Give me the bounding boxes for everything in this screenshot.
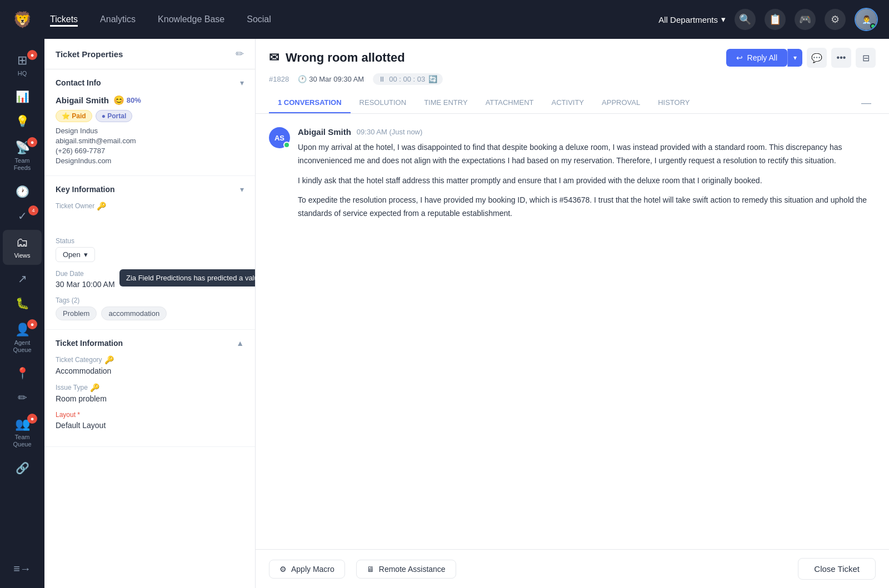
close-ticket-btn[interactable]: Close Ticket [798,558,876,580]
status-dropdown[interactable]: Open ▾ [56,247,95,262]
ticket-info-header[interactable]: Ticket Information ▲ [56,339,244,348]
gamepad-button[interactable]: 🎮 [795,9,816,30]
remote-assistance-btn[interactable]: 🖥 Remote Assistance [356,560,456,579]
message-para-2: I kindly ask that the hotel staff addres… [298,174,876,188]
nav-tickets[interactable]: Tickets [50,12,78,27]
search-icon: 🔍 [739,13,751,26]
views-icon: 🗂 [16,235,28,250]
key-information-section: Key Information ▾ Ticket Owner 🔑 Zia Fie… [44,176,255,330]
contacts-button[interactable]: 📋 [765,9,786,30]
sidebar-icon-pen[interactable]: ✏ [3,387,42,408]
nav-analytics[interactable]: Analytics [100,12,136,27]
score-value: 80% [127,96,141,104]
chevron-down-icon: ▾ [721,14,726,24]
chat-icon-btn[interactable]: 💬 [807,48,827,68]
sidebar-icon-bulb[interactable]: 💡 [3,110,42,132]
tab-attachment[interactable]: ATTACHMENT [477,93,543,113]
key-info-chevron: ▾ [240,185,244,194]
message-sender-row: Abigail Smith 09:30 AM (Just now) [298,127,876,137]
message-initials: AS [274,134,284,142]
sidebar-icon-location[interactable]: 📍 [3,363,42,384]
conversation-area: AS Abigail Smith 09:30 AM (Just now) Upo… [256,114,889,549]
contact-info-header[interactable]: Contact Info ▾ [56,78,244,87]
contact-info-chevron: ▾ [240,78,244,87]
key-info-header[interactable]: Key Information ▾ [56,185,244,194]
reply-dropdown-btn[interactable]: ▾ [787,49,802,67]
properties-edit-btn[interactable]: ✏ [236,48,244,60]
tab-history[interactable]: HISTORY [649,93,698,113]
chart-icon: 📊 [16,90,29,103]
message-bubble: AS Abigail Smith 09:30 AM (Just now) Upo… [269,127,876,220]
tags-label: Tags (2) [56,296,244,304]
key-info-title: Key Information [56,185,115,194]
tab-resolution[interactable]: RESOLUTION [351,93,416,113]
layers-icon: ⊟ [862,53,870,63]
settings-icon: ⚙ [831,13,840,26]
message-para-3: To expedite the resolution process, I ha… [298,194,876,220]
contact-name: Abigail Smith 😊 80% [56,95,244,105]
tabs-more-btn[interactable]: — [857,97,876,109]
bottom-bar: ⚙ Apply Macro 🖥 Remote Assistance Close … [256,549,889,588]
settings-button[interactable]: ⚙ [825,9,846,30]
layout-value: Default Layout [56,421,244,430]
layers-btn[interactable]: ⊟ [856,48,876,68]
score-icon: 😊 [113,95,124,105]
nav-knowledge-base[interactable]: Knowledge Base [158,12,224,27]
status-chevron: ▾ [84,250,88,259]
tags-container: Problem accommodation [56,306,244,320]
sidebar-icon-history[interactable]: 🕐 [3,181,42,202]
more-options-btn[interactable]: ••• [831,48,851,68]
ticket-meta: #1828 🕐 30 Mar 09:30 AM ⏸ 00 : 00 : 03 🔄 [269,73,876,85]
sidebar-icon-bug[interactable]: 🐛 [3,293,42,314]
properties-panel: Ticket Properties ✏ Contact Info ▾ Abiga… [44,39,256,588]
tag-paid: ⭐ Paid [56,110,92,122]
properties-header: Ticket Properties ✏ [44,39,255,69]
sidebar-icon-check[interactable]: ✓ 4 [3,205,42,227]
logo[interactable]: 🦁 [11,8,33,31]
sidebar-item-team-queue[interactable]: 👥 TeamQueue ● [3,411,42,454]
team-feeds-badge: ● [27,137,37,147]
logo-icon: 🦁 [13,11,32,29]
sidebar-item-views[interactable]: 🗂 Views [3,230,42,265]
timer-value: 00 : 00 : 03 [389,75,425,83]
link-icon: 🔗 [16,461,29,475]
layout-label: Layout * [56,411,244,419]
ticket-main: ✉ Wrong room allotted ↩ Reply All ▾ 💬 [256,39,889,588]
tab-time-entry[interactable]: TIME ENTRY [415,93,477,113]
category-value: Accommodation [56,366,244,375]
contact-email: abigail.smith@email.com [56,137,244,145]
gamepad-icon: 🎮 [799,13,811,26]
sidebar-icon-link[interactable]: 🔗 [3,458,42,479]
tab-activity[interactable]: ACTIVITY [543,93,593,113]
contact-info-section: Contact Info ▾ Abigail Smith 😊 80% ⭐ Pai… [44,69,255,176]
clock-icon: 🕐 [298,75,307,83]
ticket-owner-label: Ticket Owner 🔑 [56,202,244,210]
ticket-time: 🕐 30 Mar 09:30 AM [298,75,364,83]
search-button[interactable]: 🔍 [735,9,756,30]
expand-sidebar-btn[interactable]: ≡→ [3,558,42,579]
email-icon: ✉ [269,51,279,65]
avatar[interactable]: 👨‍💼 [855,8,878,31]
sidebar-item-hq[interactable]: ⊞ HQ ● [3,48,42,83]
department-selector[interactable]: All Departments ▾ [658,14,726,24]
reply-all-btn[interactable]: ↩ Reply All [726,49,787,67]
nav-right: All Departments ▾ 🔍 📋 🎮 ⚙ 👨‍💼 [658,8,878,31]
status-label: Status [56,237,244,245]
sidebar-item-team-feeds[interactable]: 📡 TeamFeeds ● [3,135,42,177]
tab-conversation[interactable]: 1 CONVERSATION [269,93,351,113]
share-icon: ↗ [18,272,27,285]
layout-label-text: Layout * [56,411,80,419]
sidebar-item-agent-queue[interactable]: 👤 AgentQueue ● [3,317,42,359]
expand-icon: ≡→ [13,562,31,575]
sidebar-icon-share[interactable]: ↗ [3,268,42,289]
sidebar-icon-chart[interactable]: 📊 [3,86,42,107]
score-badge: 😊 80% [113,95,141,105]
reply-all-label: Reply All [747,53,777,62]
remote-assistance-label: Remote Assistance [379,565,446,574]
apply-macro-btn[interactable]: ⚙ Apply Macro [269,560,345,579]
department-label: All Departments [658,15,718,24]
tab-approval[interactable]: APPROVAL [593,93,649,113]
properties-title: Ticket Properties [56,49,123,59]
nav-social[interactable]: Social [247,12,271,27]
message-sender: Abigail Smith [298,127,351,137]
